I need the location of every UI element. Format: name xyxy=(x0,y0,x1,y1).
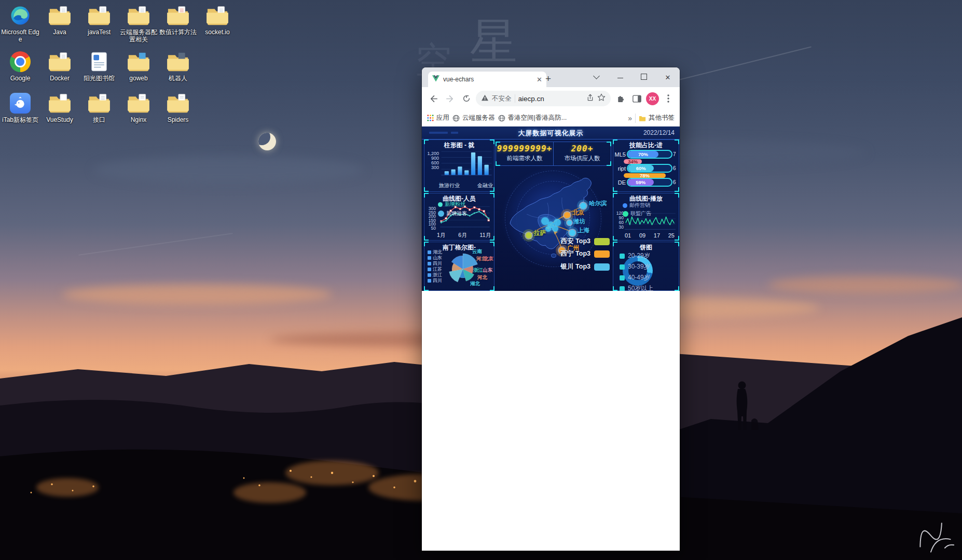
rose-callout: 浙江 xyxy=(473,267,483,274)
extensions-puzzle-icon[interactable] xyxy=(613,91,627,106)
tab-close-icon[interactable]: ✕ xyxy=(537,76,542,83)
city-marker-weifang[interactable] xyxy=(567,220,572,225)
profile-avatar[interactable]: XX xyxy=(646,92,659,105)
other-bookmarks[interactable]: 其他书签 xyxy=(639,114,675,122)
bookmarks-folder-icon xyxy=(639,115,646,121)
legend-item[interactable]: 40-49岁 xyxy=(620,272,653,283)
globe-icon xyxy=(452,115,460,122)
skill-row: 78% xyxy=(624,173,678,178)
legend-item[interactable]: 新增粉丝 xyxy=(438,201,465,208)
bookmarks-bar: 应用 云端服务器 香港空间|香港高防... » 其他书签 xyxy=(422,110,680,127)
desktop-icon-itab[interactable]: iTab新标签页 xyxy=(0,92,40,123)
menu-dots-icon[interactable] xyxy=(661,91,676,106)
folder-icon xyxy=(205,4,229,27)
stat-label: 市场供应人数 xyxy=(554,155,611,162)
legend-item[interactable]: 邮件营销 xyxy=(623,202,650,209)
map-legend-swatch xyxy=(594,263,610,271)
folder-icon xyxy=(166,50,190,73)
desktop-icon-edge[interactable]: Microsoft Edge xyxy=(0,4,40,43)
icon-label: 阳光图书馆 xyxy=(79,75,119,82)
divider xyxy=(635,114,636,123)
desktop-icon-google[interactable]: Google xyxy=(0,50,40,82)
icon-label: VueStudy xyxy=(39,116,80,123)
folder-icon xyxy=(87,92,111,115)
play-x-axis: 0109 1725 xyxy=(625,232,675,239)
rose-callout: 云南 xyxy=(472,248,482,255)
legend-item[interactable]: 50岁以上 xyxy=(620,283,653,291)
icon-label: Google xyxy=(0,75,40,82)
minimize-button[interactable] xyxy=(608,74,632,81)
map-legend-row[interactable]: 西宁 Top3 xyxy=(561,249,610,258)
side-panel-icon[interactable] xyxy=(629,91,644,106)
map-legend-row[interactable]: 西安 Top3 xyxy=(561,237,610,246)
new-tab-button[interactable]: + xyxy=(545,74,551,83)
cluster-dot xyxy=(552,226,558,232)
map-legend-row[interactable]: 银川 Top3 xyxy=(561,262,610,271)
bookmark-label: 香港空间|香港高防... xyxy=(508,114,567,122)
desktop-icon-api[interactable]: 接口 xyxy=(79,92,119,123)
bar-chart[interactable] xyxy=(439,148,493,181)
desktop-icon-nginx[interactable]: Nginx xyxy=(118,92,159,123)
legend-item[interactable]: 新增游客 xyxy=(438,210,467,217)
city-marker-harbin[interactable] xyxy=(580,203,586,209)
apps-shortcut[interactable]: 应用 xyxy=(427,114,449,122)
legend-item[interactable]: 30-39岁 xyxy=(620,261,653,272)
city-label: 上海 xyxy=(578,227,589,234)
cloud xyxy=(93,156,363,185)
bookmark-item[interactable]: 香港空间|香港高防... xyxy=(498,114,567,122)
city-marker-shanghai[interactable] xyxy=(569,230,575,236)
china-map[interactable]: 哈尔滨 北京 潍坊 上海 拉萨 广州 西安 Top3 西宁 Top3 xyxy=(496,166,611,290)
icon-label: 接口 xyxy=(79,116,119,123)
desktop-icon-cloud-server[interactable]: 云端服务器配置相关 xyxy=(118,4,159,43)
desktop-icon-spiders[interactable]: Spiders xyxy=(158,92,198,123)
legend-swatch xyxy=(620,254,625,259)
icon-label: 数值计算方法 xyxy=(158,29,198,36)
bookmarks-overflow-icon[interactable]: » xyxy=(628,114,632,122)
city-marker-lhasa[interactable] xyxy=(526,232,532,239)
bar-x-axis: 旅游行业 金融业 xyxy=(439,182,493,189)
rose-callout: 北京 xyxy=(484,256,493,262)
reload-icon[interactable] xyxy=(459,91,474,106)
desktop-icon-goweb[interactable]: goweb xyxy=(118,50,159,82)
security-label[interactable]: 不安全 xyxy=(492,94,512,103)
desktop-icon-vuestudy[interactable]: VueStudy xyxy=(39,92,80,123)
city-marker-beijing[interactable] xyxy=(564,212,570,218)
vue-favicon-icon xyxy=(432,75,439,84)
browser-tab[interactable]: vue-echars ✕ xyxy=(428,72,546,87)
cluster-dot xyxy=(545,226,551,232)
folder-icon xyxy=(166,4,190,27)
map-legend-swatch xyxy=(594,250,610,258)
skill-bar: 59% xyxy=(628,179,654,186)
rose-legend: 湖北 山东 四川 江苏 浙江 四川 xyxy=(428,249,442,284)
skill-track: 78% xyxy=(624,173,678,178)
tab-search-button[interactable] xyxy=(584,74,608,81)
back-icon[interactable] xyxy=(426,91,441,106)
desktop-icon-java[interactable]: Java xyxy=(39,4,80,36)
desktop-icon-javatest[interactable]: javaTest xyxy=(79,4,119,36)
skill-row: ript 60% 6 xyxy=(613,164,678,172)
address-bar[interactable]: 不安全 aiecp.cn xyxy=(476,91,611,106)
bar-y-axis: 1,200900 600300 xyxy=(425,151,439,170)
share-icon[interactable] xyxy=(586,94,594,104)
cluster-dot xyxy=(554,219,561,226)
legend-item[interactable]: 20-29岁 xyxy=(620,250,653,261)
desktop-icon-library-doc[interactable]: 阳光图书馆 xyxy=(79,50,119,82)
legend-item[interactable]: 联盟广告 xyxy=(623,210,651,217)
desktop-icon-numeric-methods[interactable]: 数值计算方法 xyxy=(158,4,198,36)
bookmark-star-icon[interactable] xyxy=(597,93,606,104)
skill-label: ML5 xyxy=(613,151,627,158)
icon-label: 云端服务器配置相关 xyxy=(118,29,159,43)
url-text[interactable]: aiecp.cn xyxy=(518,95,584,103)
bookmark-item[interactable]: 云端服务器 xyxy=(452,114,495,122)
dashboard-title: 大屏数据可视化展示 xyxy=(422,129,680,138)
desktop-icon-docker[interactable]: Docker xyxy=(39,50,80,82)
maximize-button[interactable] xyxy=(632,74,656,81)
skill-track: 34% xyxy=(624,159,678,164)
desktop-icon-robot[interactable]: 机器人 xyxy=(158,50,198,82)
apps-grid-icon xyxy=(427,115,434,121)
desktop-icon-socketio[interactable]: socket.io xyxy=(197,4,238,36)
page-content-empty xyxy=(422,291,680,551)
skill-track: 60% xyxy=(627,164,672,173)
forward-icon[interactable] xyxy=(443,91,457,106)
close-button[interactable]: ✕ xyxy=(656,74,680,81)
